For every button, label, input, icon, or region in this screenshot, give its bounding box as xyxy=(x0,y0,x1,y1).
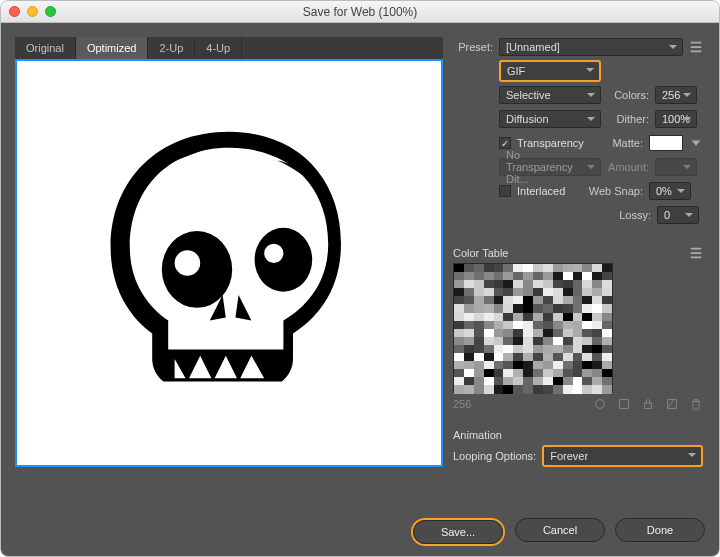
window-title: Save for Web (100%) xyxy=(1,5,719,19)
websnap-label: Web Snap: xyxy=(587,185,643,197)
svg-rect-2 xyxy=(645,403,652,408)
dither-method-select[interactable]: Diffusion xyxy=(499,110,601,128)
color-table-grid[interactable] xyxy=(453,263,613,393)
save-for-web-dialog: Save for Web (100%) Original Optimized 2… xyxy=(0,0,720,557)
panel-menu-icon[interactable] xyxy=(689,246,703,260)
save-button[interactable]: Save... xyxy=(413,520,503,544)
preset-label: Preset: xyxy=(453,41,493,53)
preset-select[interactable]: [Unnamed] xyxy=(499,38,683,56)
dither-input[interactable]: 100% xyxy=(655,110,697,128)
artwork-skull xyxy=(69,103,389,423)
svg-point-0 xyxy=(596,400,605,409)
cancel-button[interactable]: Cancel xyxy=(515,518,605,542)
colors-label: Colors: xyxy=(607,89,649,101)
tab-optimized[interactable]: Optimized xyxy=(76,37,149,59)
panel-menu-icon[interactable] xyxy=(689,40,703,54)
amount-input xyxy=(655,158,697,176)
looping-options-select[interactable]: Forever xyxy=(544,447,701,465)
lossy-label: Lossy: xyxy=(609,209,651,221)
websnap-input[interactable]: 0% xyxy=(649,182,691,200)
tab-original[interactable]: Original xyxy=(15,37,76,59)
lock-color-icon[interactable] xyxy=(641,397,655,411)
lossy-input[interactable]: 0 xyxy=(657,206,699,224)
interlaced-label: Interlaced xyxy=(517,185,595,197)
shift-web-safe-icon[interactable] xyxy=(617,397,631,411)
colors-input[interactable]: 256 xyxy=(655,86,697,104)
transparency-dither-select[interactable]: No Transparency Dit... xyxy=(499,158,601,176)
svg-rect-1 xyxy=(620,400,629,409)
tab-4up[interactable]: 4-Up xyxy=(195,37,242,59)
color-count: 256 xyxy=(453,398,471,410)
interlaced-checkbox[interactable] xyxy=(499,185,511,197)
view-tabs: Original Optimized 2-Up 4-Up xyxy=(15,37,443,59)
tab-2up[interactable]: 2-Up xyxy=(148,37,195,59)
transparency-checkbox[interactable]: ✓ xyxy=(499,137,511,149)
done-button[interactable]: Done xyxy=(615,518,705,542)
color-reduction-select[interactable]: Selective xyxy=(499,86,601,104)
amount-label: Amount: xyxy=(607,161,649,173)
preview-pane[interactable] xyxy=(15,59,443,467)
delete-color-icon[interactable] xyxy=(689,397,703,411)
matte-swatch[interactable] xyxy=(649,135,683,151)
map-to-transparent-icon[interactable] xyxy=(593,397,607,411)
chevron-down-icon[interactable] xyxy=(689,136,703,150)
transparency-label: Transparency xyxy=(517,137,595,149)
new-color-icon[interactable] xyxy=(665,397,679,411)
titlebar: Save for Web (100%) xyxy=(1,1,719,23)
color-table-title: Color Table xyxy=(453,247,508,259)
looping-label: Looping Options: xyxy=(453,450,536,462)
dither-label: Dither: xyxy=(607,113,649,125)
matte-label: Matte: xyxy=(601,137,643,149)
animation-title: Animation xyxy=(453,429,703,441)
preview-canvas xyxy=(17,61,441,465)
format-select[interactable]: GIF xyxy=(501,62,599,80)
